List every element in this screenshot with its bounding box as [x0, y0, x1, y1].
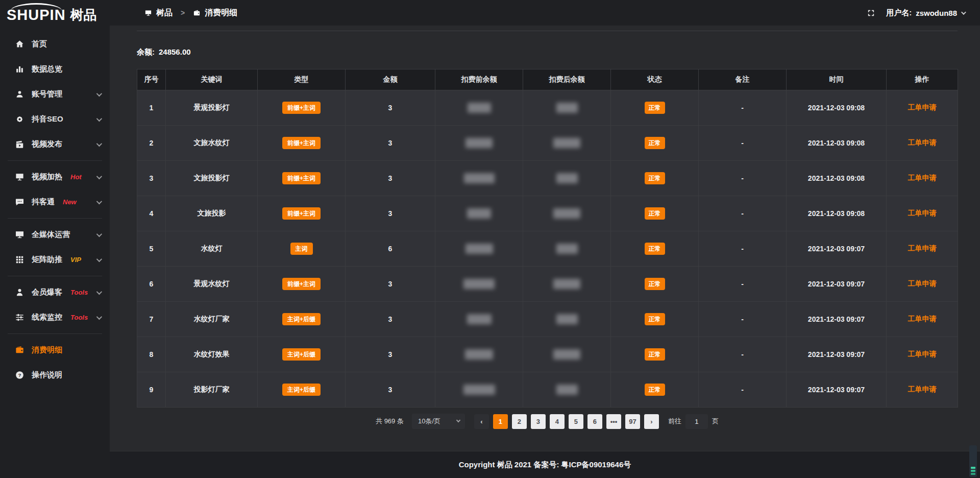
- column-header-状态: 状态: [611, 69, 699, 90]
- brand-logo-en: SHUPIN: [7, 8, 66, 22]
- ticket-apply-link[interactable]: 工单申请: [908, 350, 937, 358]
- table-row: 9 投影灯厂家 主词+后缀 3 正常 - 2021-12-03 09:07 工单…: [137, 372, 958, 408]
- sidebar-item-抖音SEO[interactable]: 抖音SEO: [0, 107, 110, 132]
- column-header-类型: 类型: [258, 69, 346, 90]
- masked-balance-after: [556, 314, 578, 324]
- pagination-total: 共 969 条: [376, 417, 404, 426]
- consumption-table: 序号关键词类型金额扣费前余额扣费后余额状态备注时间操作 1 景观投影灯 前缀+主…: [137, 69, 958, 408]
- ticket-apply-link[interactable]: 工单申请: [908, 103, 937, 111]
- breadcrumb-home[interactable]: 树品: [156, 8, 173, 18]
- status-badge: 正常: [645, 207, 665, 220]
- sidebar-item-操作说明[interactable]: ? 操作说明: [0, 363, 110, 388]
- page-button-2[interactable]: 2: [512, 414, 527, 429]
- column-header-金额: 金额: [346, 69, 435, 90]
- next-page-button[interactable]: ›: [644, 414, 659, 429]
- ticket-apply-link[interactable]: 工单申请: [908, 209, 937, 217]
- cell-keyword: 水纹灯: [166, 231, 258, 267]
- floating-widget[interactable]: [969, 445, 977, 477]
- cell-time: 2021-12-03 09:08: [787, 196, 887, 231]
- column-header-关键词: 关键词: [166, 69, 258, 90]
- chevron-down-icon: [96, 289, 102, 294]
- page-button-3[interactable]: 3: [531, 414, 546, 429]
- ticket-apply-link[interactable]: 工单申请: [908, 315, 937, 323]
- copyright-text: Copyright 树品 2021 备案号: 粤ICP备09019646号: [459, 460, 631, 470]
- sidebar-item-会员爆客[interactable]: 会员爆客 Tools: [0, 280, 110, 305]
- sidebar-item-badge: VIP: [70, 256, 81, 264]
- fullscreen-icon[interactable]: [866, 8, 876, 18]
- cell-keyword: 文旅水纹灯: [166, 126, 258, 161]
- main-content: 余额: 24856.00 序号关键词类型金额扣费前余额扣费后余额状态备注时间操作…: [110, 26, 980, 451]
- cell-remark: -: [699, 302, 787, 337]
- pagination: 共 969 条 10条/页 ‹123456•••97› 前往 页: [137, 414, 958, 429]
- cell-amount: 3: [346, 126, 435, 161]
- sidebar-item-抖客通[interactable]: 抖客通 New: [0, 189, 110, 214]
- cell-time: 2021-12-03 09:08: [787, 161, 887, 196]
- more-pages-button[interactable]: •••: [606, 414, 621, 429]
- cell-amount: 3: [346, 267, 435, 302]
- masked-balance-before: [465, 349, 493, 360]
- cell-time: 2021-12-03 09:07: [787, 302, 887, 337]
- chevron-down-icon: [456, 418, 460, 422]
- masked-balance-before: [464, 173, 495, 183]
- sidebar-item-账号管理[interactable]: 账号管理: [0, 82, 110, 107]
- masked-balance-after: [553, 208, 580, 219]
- chevron-down-icon: [96, 173, 102, 179]
- status-badge: 正常: [645, 278, 665, 290]
- ticket-apply-link[interactable]: 工单申请: [908, 138, 937, 147]
- sidebar-item-视频加热[interactable]: 视频加热 Hot: [0, 164, 110, 189]
- type-badge: 主词+后缀: [282, 384, 321, 396]
- breadcrumb-current[interactable]: 消费明细: [205, 8, 237, 18]
- cell-keyword: 投影灯厂家: [166, 372, 258, 408]
- page-button-4[interactable]: 4: [550, 414, 565, 429]
- chevron-down-icon: [961, 10, 966, 15]
- ticket-apply-link[interactable]: 工单申请: [908, 174, 937, 182]
- page-button-5[interactable]: 5: [569, 414, 583, 429]
- column-header-序号: 序号: [137, 69, 166, 90]
- page-button-6[interactable]: 6: [587, 414, 602, 429]
- masked-balance-after: [553, 279, 580, 289]
- page-button-1[interactable]: 1: [493, 414, 508, 429]
- masked-balance-before: [463, 279, 495, 289]
- cell-index: 8: [137, 337, 166, 372]
- cell-remark: -: [699, 267, 787, 302]
- sliders-icon: [14, 313, 24, 323]
- sidebar-item-线索监控[interactable]: 线索监控 Tools: [0, 305, 110, 330]
- page-button-97[interactable]: 97: [625, 414, 640, 429]
- masked-balance-after: [553, 349, 580, 360]
- cell-time: 2021-12-03 09:07: [787, 337, 887, 372]
- footer: Copyright 树品 2021 备案号: 粤ICP备09019646号: [110, 451, 980, 478]
- balance-label: 余额:: [137, 47, 155, 57]
- chevron-down-icon: [96, 115, 102, 121]
- wallet-icon: [14, 345, 24, 355]
- sidebar-item-矩阵助推[interactable]: 矩阵助推 VIP: [0, 247, 110, 272]
- ticket-apply-link[interactable]: 工单申请: [908, 279, 937, 288]
- sidebar-item-视频发布[interactable]: 视频发布: [0, 132, 110, 157]
- status-badge: 正常: [645, 348, 665, 361]
- ticket-apply-link[interactable]: 工单申请: [908, 385, 937, 393]
- cell-amount: 3: [346, 302, 435, 337]
- sidebar-divider: [8, 333, 102, 334]
- column-header-扣费前余额: 扣费前余额: [435, 69, 523, 90]
- sidebar-item-消费明细[interactable]: 消费明细: [0, 338, 110, 363]
- user-menu[interactable]: 用户名: zswodun88: [886, 8, 965, 18]
- user-icon: [14, 89, 24, 100]
- ticket-apply-link[interactable]: 工单申请: [908, 244, 937, 252]
- cell-keyword: 水纹灯厂家: [166, 302, 258, 337]
- cell-amount: 3: [346, 161, 435, 196]
- page-size-value: 10条/页: [418, 417, 440, 426]
- prev-page-button[interactable]: ‹: [474, 414, 489, 429]
- cell-amount: 3: [346, 196, 435, 231]
- cell-time: 2021-12-03 09:07: [787, 267, 887, 302]
- wallet-icon: [193, 9, 201, 17]
- username-value: zswodun88: [916, 9, 957, 17]
- sidebar-item-首页[interactable]: 首页: [0, 32, 110, 57]
- sidebar-item-全媒体运营[interactable]: 全媒体运营: [0, 222, 110, 247]
- sidebar: SHUPIN 树品 首页 数据总览 账号管理 抖音SEO 视频发布 视频加热: [0, 0, 110, 478]
- sidebar-item-数据总览[interactable]: 数据总览: [0, 57, 110, 82]
- goto-page-input[interactable]: [685, 414, 708, 429]
- brand-logo[interactable]: SHUPIN 树品: [0, 0, 110, 30]
- page-size-select[interactable]: 10条/页: [412, 414, 465, 429]
- video-icon: [14, 139, 24, 150]
- sidebar-item-badge: Tools: [70, 289, 88, 296]
- member-icon: [14, 288, 24, 298]
